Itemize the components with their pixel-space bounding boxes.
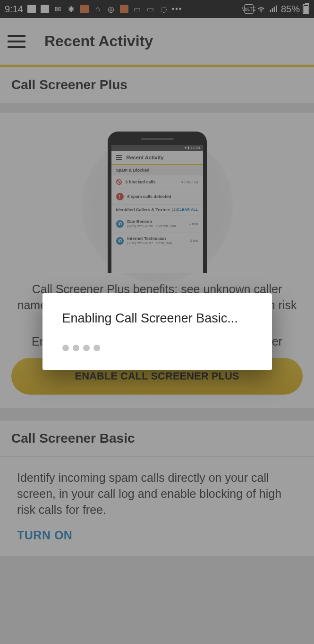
android-status-bar: 9:14 ✉ ✱ ⌂ ◎ ▭ ▭ ◌ ••• VoLTE 85%: [0, 0, 314, 18]
menu-icon[interactable]: [8, 35, 25, 48]
instagram-icon: ◎: [106, 4, 116, 14]
home-icon: ⌂: [93, 4, 102, 14]
phone-illustration: ▾ ▮ 12:30 Recent Activity Spam & Blocked…: [0, 113, 314, 273]
section-header-basic: Call Screener Basic: [0, 421, 314, 457]
basic-description: Identify incoming spam calls directly on…: [0, 457, 314, 525]
section-gap: [0, 408, 314, 420]
more-icon: •••: [172, 4, 182, 14]
app-icon: [119, 4, 129, 14]
basic-section: Call Screener Basic Identify incoming sp…: [0, 420, 314, 556]
app-icon: ◌: [159, 4, 169, 14]
gallery-icon: ▭: [133, 4, 142, 14]
app-title: Recent Activity: [44, 33, 153, 50]
battery-icon: [303, 4, 309, 14]
facebook-icon: [27, 4, 36, 14]
dialog-title: Enabling Call Screener Basic...: [62, 311, 252, 326]
app-icon: ✱: [67, 4, 76, 14]
status-time: 9:14: [5, 4, 23, 15]
app-bar: Recent Activity: [0, 18, 314, 65]
turn-on-button[interactable]: TURN ON: [0, 526, 89, 556]
app-icon: [80, 4, 89, 14]
battery-percent: 85%: [281, 4, 300, 15]
facebook-icon: [40, 4, 50, 14]
wifi-icon: [256, 4, 266, 14]
loading-indicator: [62, 345, 252, 351]
section-header-plus: Call Screener Plus: [0, 67, 314, 103]
gmail-icon: ✉: [53, 4, 63, 14]
volte-icon: VoLTE: [244, 4, 254, 14]
enabling-dialog: Enabling Call Screener Basic...: [42, 293, 272, 370]
cast-icon: ▭: [146, 4, 155, 14]
signal-icon: [269, 4, 278, 14]
